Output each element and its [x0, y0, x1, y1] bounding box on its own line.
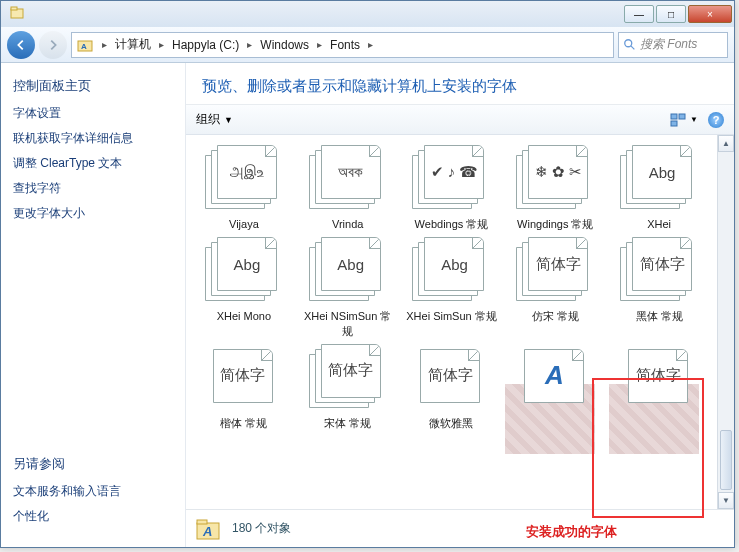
chevron-down-icon: ▼: [224, 115, 233, 125]
sidebar-link-text-services[interactable]: 文本服务和输入语言: [13, 483, 173, 500]
chevron-right-icon: ▸: [153, 39, 170, 50]
scroll-up-button[interactable]: ▲: [718, 135, 734, 152]
svg-rect-8: [679, 114, 685, 119]
sidebar-link-online-fonts[interactable]: 联机获取字体详细信息: [13, 130, 173, 147]
scroll-thumb[interactable]: [720, 430, 732, 490]
font-label: Vrinda: [332, 217, 363, 231]
font-label: XHei Mono: [217, 309, 271, 323]
font-item[interactable]: AbgXHei NSimSun 常规: [298, 237, 398, 338]
sidebar-link-font-settings[interactable]: 字体设置: [13, 105, 173, 122]
font-label: 仿宋 常规: [532, 309, 579, 323]
font-label: XHei NSimSun 常规: [300, 309, 396, 338]
help-icon: ?: [708, 112, 724, 128]
back-button[interactable]: [7, 31, 35, 59]
sidebar-link-font-size[interactable]: 更改字体大小: [13, 205, 173, 222]
font-preview: 简体字: [528, 237, 588, 291]
forward-button[interactable]: [39, 31, 67, 59]
font-preview: அஇஉ: [217, 145, 277, 199]
svg-line-5: [631, 45, 635, 49]
status-bar: A 180 个对象: [186, 509, 734, 547]
crumb-computer[interactable]: 计算机: [113, 34, 153, 55]
font-item[interactable]: 简体字微软雅黑: [402, 344, 502, 430]
font-preview: অবক: [321, 145, 381, 199]
svg-text:A: A: [202, 524, 212, 539]
main-panel: 预览、删除或者显示和隐藏计算机上安装的字体 组织 ▼ ▼ ? அஇஉVijay: [186, 63, 734, 547]
crumb-drive[interactable]: Happyla (C:): [170, 36, 241, 54]
font-label: Wingdings 常规: [517, 217, 593, 231]
sidebar-heading: 控制面板主页: [13, 77, 173, 95]
font-item[interactable]: ❄ ✿ ✂Wingdings 常规: [505, 145, 605, 231]
window-icon: [9, 5, 25, 21]
font-preview: Abg: [632, 145, 692, 199]
font-label: Vijaya: [229, 217, 259, 231]
font-item[interactable]: ✔ ♪ ☎Webdings 常规: [402, 145, 502, 231]
font-label: XHei: [647, 217, 671, 231]
font-item[interactable]: 简体字黑体 常规: [609, 237, 709, 338]
font-preview: Abg: [321, 237, 381, 291]
titlebar[interactable]: — □ ×: [1, 1, 734, 27]
svg-rect-7: [671, 121, 677, 126]
crumb-fonts[interactable]: Fonts: [328, 36, 362, 54]
font-label: 楷体 常规: [220, 416, 267, 430]
annotation-text: 安装成功的字体: [526, 523, 617, 541]
font-label: Webdings 常规: [415, 217, 489, 231]
nav-toolbar: A ▸ 计算机 ▸ Happyla (C:) ▸ Windows ▸ Fonts…: [1, 27, 734, 63]
search-placeholder: 搜索 Fonts: [640, 36, 697, 53]
font-preview: 简体字: [632, 237, 692, 291]
font-item[interactable]: 简体字宋体 常规: [298, 344, 398, 430]
vertical-scrollbar[interactable]: ▲ ▼: [717, 135, 734, 509]
font-item[interactable]: அஇஉVijaya: [194, 145, 294, 231]
font-label: 微软雅黑: [429, 416, 473, 430]
view-button[interactable]: ▼: [670, 113, 698, 127]
sidebar-link-find-char[interactable]: 查找字符: [13, 180, 173, 197]
font-item[interactable]: 简体字: [609, 344, 709, 430]
font-item[interactable]: AbgXHei: [609, 145, 709, 231]
sidebar: 控制面板主页 字体设置 联机获取字体详细信息 调整 ClearType 文本 查…: [1, 63, 186, 547]
font-preview: Abg: [424, 237, 484, 291]
maximize-button[interactable]: □: [656, 5, 686, 23]
folder-icon: A: [76, 36, 94, 54]
chevron-right-icon: ▸: [96, 39, 113, 50]
sidebar-see-also-heading: 另请参阅: [13, 455, 173, 473]
font-preview: 简体字: [628, 349, 688, 403]
svg-rect-1: [11, 7, 17, 10]
font-preview: ✔ ♪ ☎: [424, 145, 484, 199]
breadcrumb[interactable]: A ▸ 计算机 ▸ Happyla (C:) ▸ Windows ▸ Fonts…: [71, 32, 614, 58]
font-grid: அஇஉVijayaঅবকVrinda✔ ♪ ☎Webdings 常规❄ ✿ ✂W…: [186, 135, 717, 509]
chevron-right-icon: ▸: [311, 39, 328, 50]
search-input[interactable]: 搜索 Fonts: [618, 32, 728, 58]
font-preview: 简体字: [420, 349, 480, 403]
page-title: 预览、删除或者显示和隐藏计算机上安装的字体: [202, 77, 718, 96]
fonts-folder-icon: A: [194, 515, 222, 543]
svg-rect-6: [671, 114, 677, 119]
font-item[interactable]: 简体字楷体 常规: [194, 344, 294, 430]
sidebar-link-cleartype[interactable]: 调整 ClearType 文本: [13, 155, 173, 172]
crumb-windows[interactable]: Windows: [258, 36, 311, 54]
font-item[interactable]: A: [505, 344, 605, 430]
font-label: XHei SimSun 常规: [406, 309, 496, 323]
font-item[interactable]: অবকVrinda: [298, 145, 398, 231]
font-item[interactable]: 简体字仿宋 常规: [505, 237, 605, 338]
chevron-right-icon: ▸: [241, 39, 258, 50]
toolbar: 组织 ▼ ▼ ?: [186, 105, 734, 135]
scroll-down-button[interactable]: ▼: [718, 492, 734, 509]
font-label: 黑体 常规: [636, 309, 683, 323]
font-preview: 简体字: [321, 344, 381, 398]
font-item[interactable]: AbgXHei SimSun 常规: [402, 237, 502, 338]
font-label: 宋体 常规: [324, 416, 371, 430]
chevron-right-icon: ▸: [362, 39, 379, 50]
font-preview: Abg: [217, 237, 277, 291]
chevron-down-icon: ▼: [690, 115, 698, 124]
close-button[interactable]: ×: [688, 5, 732, 23]
status-count: 180 个对象: [232, 520, 291, 537]
sidebar-link-personalize[interactable]: 个性化: [13, 508, 173, 525]
font-item[interactable]: AbgXHei Mono: [194, 237, 294, 338]
font-preview: ❄ ✿ ✂: [528, 145, 588, 199]
organize-button[interactable]: 组织 ▼: [196, 111, 233, 128]
font-preview: A: [524, 349, 584, 403]
search-icon: [623, 38, 637, 52]
svg-point-4: [625, 39, 632, 46]
minimize-button[interactable]: —: [624, 5, 654, 23]
help-button[interactable]: ?: [708, 112, 724, 128]
svg-text:A: A: [81, 42, 87, 51]
